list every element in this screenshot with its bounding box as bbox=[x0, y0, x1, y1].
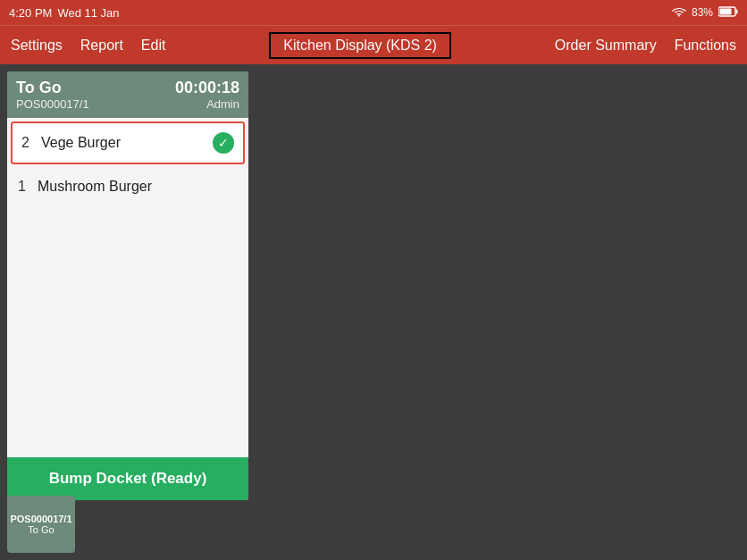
thumbnail-type: To Go bbox=[28, 524, 54, 535]
order-staff: Admin bbox=[175, 97, 239, 111]
status-bar: 4:20 PM Wed 11 Jan 83% bbox=[0, 0, 747, 25]
svg-rect-1 bbox=[736, 9, 738, 13]
item-name-1: Vege Burger bbox=[41, 135, 213, 151]
wifi-icon bbox=[672, 6, 686, 20]
report-button[interactable]: Report bbox=[80, 38, 123, 54]
nav-right: Order Summary Functions bbox=[555, 38, 736, 54]
main-content: To Go POS000017/1 00:00:18 Admin 2 Vege … bbox=[0, 64, 747, 560]
order-items-list: 2 Vege Burger ✓ 1 Mushroom Burger bbox=[7, 118, 248, 457]
order-summary-button[interactable]: Order Summary bbox=[555, 38, 657, 54]
settings-button[interactable]: Settings bbox=[11, 38, 63, 54]
top-nav: Settings Report Edit Kitchen Display (KD… bbox=[0, 25, 747, 64]
item-qty-1: 2 bbox=[21, 135, 41, 151]
order-item-2[interactable]: 1 Mushroom Burger bbox=[7, 168, 248, 205]
order-item-1[interactable]: 2 Vege Burger ✓ bbox=[11, 121, 245, 164]
item-check-icon-1: ✓ bbox=[213, 132, 234, 154]
status-time: 4:20 PM bbox=[9, 6, 52, 20]
battery-icon bbox=[718, 6, 738, 20]
item-name-2: Mushroom Burger bbox=[38, 179, 238, 195]
order-type: To Go bbox=[16, 79, 89, 97]
order-card: To Go POS000017/1 00:00:18 Admin 2 Vege … bbox=[7, 71, 248, 500]
edit-button[interactable]: Edit bbox=[141, 38, 166, 54]
order-header: To Go POS000017/1 00:00:18 Admin bbox=[7, 71, 248, 118]
thumbnail-id: POS000017/1 bbox=[10, 514, 71, 524]
order-timer: 00:00:18 bbox=[175, 79, 239, 97]
bump-docket-button[interactable]: Bump Docket (Ready) bbox=[7, 457, 248, 500]
functions-button[interactable]: Functions bbox=[675, 38, 736, 54]
order-id: POS000017/1 bbox=[16, 97, 89, 111]
battery-percentage: 83% bbox=[692, 6, 713, 19]
nav-left: Settings Report Edit bbox=[11, 38, 165, 54]
order-thumbnail[interactable]: POS000017/1 To Go bbox=[7, 496, 75, 553]
item-qty-2: 1 bbox=[18, 179, 38, 195]
screen-title: Kitchen Display (KDS 2) bbox=[269, 32, 451, 59]
status-date: Wed 11 Jan bbox=[57, 6, 119, 20]
svg-rect-2 bbox=[720, 8, 732, 14]
